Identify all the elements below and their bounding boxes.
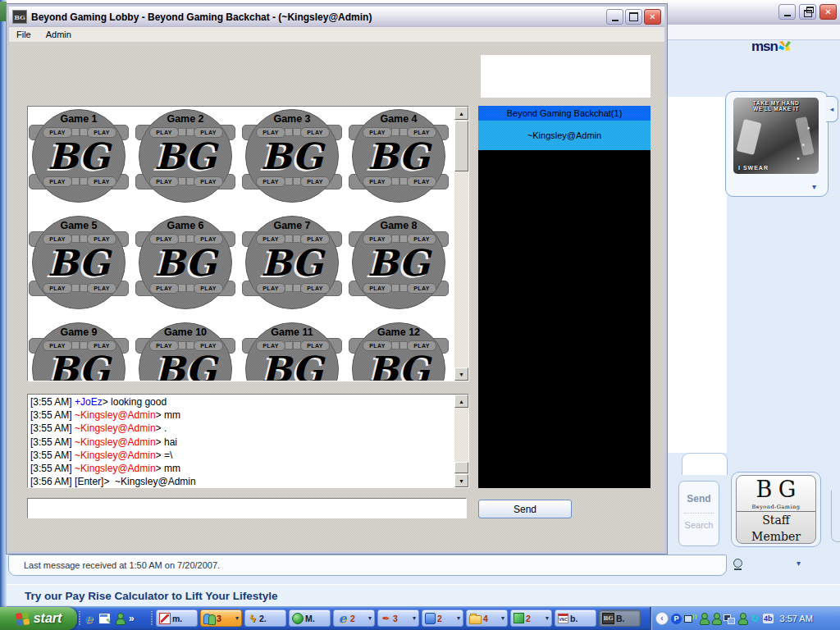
play-button[interactable]: PLAY: [363, 234, 392, 244]
overflow-chevron-icon[interactable]: »: [129, 613, 135, 624]
play-button[interactable]: PLAY: [407, 176, 436, 187]
play-button[interactable]: PLAY: [43, 283, 72, 294]
play-button[interactable]: PLAY: [363, 340, 392, 351]
play-button[interactable]: PLAY: [300, 234, 330, 244]
show-desktop-icon[interactable]: [98, 613, 111, 624]
play-button[interactable]: PLAY: [43, 234, 72, 244]
taskbar-button[interactable]: ϟ2.: [244, 609, 286, 627]
taskbar-button[interactable]: BGB.: [599, 609, 641, 627]
messenger-user-icon[interactable]: [699, 613, 709, 624]
sync-icon[interactable]: ↻: [750, 613, 760, 624]
network-computers-icon[interactable]: [724, 614, 735, 624]
play-button[interactable]: PLAY: [194, 283, 223, 294]
play-button[interactable]: PLAY: [149, 176, 179, 187]
play-button[interactable]: PLAY: [87, 340, 116, 351]
play-button[interactable]: PLAY: [300, 127, 330, 138]
toolbar-handle[interactable]: [79, 611, 80, 626]
play-button[interactable]: PLAY: [256, 176, 285, 187]
collapse-chevron-icon[interactable]: ‹: [655, 612, 669, 625]
play-button[interactable]: PLAY: [43, 340, 72, 351]
play-button[interactable]: PLAY: [149, 234, 179, 244]
app-titlebar[interactable]: BG Beyond Gaming Lobby - Beyond Gaming B…: [9, 7, 664, 27]
msn-send-button[interactable]: Send: [679, 493, 719, 504]
scroll-up-icon[interactable]: ▲: [454, 395, 468, 408]
start-button[interactable]: start: [0, 607, 77, 630]
play-button[interactable]: PLAY: [363, 283, 392, 294]
close-icon[interactable]: ✕: [819, 4, 837, 20]
play-button[interactable]: PLAY: [407, 283, 436, 294]
maximize-button[interactable]: [625, 9, 642, 25]
play-button[interactable]: PLAY: [256, 340, 285, 351]
user-list-item[interactable]: ~Kingsley@Admin: [478, 121, 651, 150]
chevron-down-icon[interactable]: ▾: [235, 614, 239, 622]
taskbar-button[interactable]: 2▾: [510, 609, 552, 627]
close-icon[interactable]: ✕: [644, 9, 661, 25]
play-button[interactable]: PLAY: [256, 283, 285, 294]
ie-icon[interactable]: e: [336, 612, 349, 625]
chevron-down-icon[interactable]: ▾: [457, 614, 460, 622]
chevron-down-icon[interactable]: ▾: [368, 614, 372, 622]
play-button[interactable]: PLAY: [300, 176, 330, 187]
minimize-button[interactable]: [778, 4, 796, 20]
messenger-user-icon[interactable]: [711, 613, 721, 624]
play-button[interactable]: PLAY: [149, 340, 179, 351]
msn-search-button[interactable]: Search: [679, 520, 719, 530]
scrollbar-thumb[interactable]: [454, 462, 468, 473]
play-button[interactable]: PLAY: [194, 234, 223, 244]
play-button[interactable]: PLAY: [407, 340, 436, 351]
chevron-down-icon[interactable]: ▾: [501, 614, 504, 622]
taskbar-button[interactable]: VNCb.: [555, 609, 596, 627]
p-badge-icon[interactable]: P: [671, 614, 682, 624]
play-button[interactable]: PLAY: [363, 127, 392, 138]
messenger-user-icon[interactable]: [115, 613, 125, 624]
play-button[interactable]: PLAY: [87, 127, 116, 138]
chevron-down-icon[interactable]: ▾: [812, 182, 816, 191]
display-picture-toggle-tab[interactable]: ◂: [826, 96, 838, 122]
webcam-icon[interactable]: [733, 559, 743, 570]
ad-text[interactable]: Try our Pay Rise Calculator to Lift Your…: [25, 590, 278, 602]
ie-icon[interactable]: e: [82, 612, 94, 625]
play-button[interactable]: PLAY: [407, 127, 436, 138]
chevron-down-icon[interactable]: ▾: [797, 559, 801, 568]
taskbar-button[interactable]: e2▾: [333, 609, 375, 627]
taskbar-button[interactable]: 4▾: [466, 609, 508, 627]
play-button[interactable]: PLAY: [256, 127, 285, 138]
taskbar-button[interactable]: 3▾: [200, 609, 242, 627]
play-button[interactable]: PLAY: [256, 234, 285, 244]
toolbar-handle[interactable]: [151, 611, 153, 626]
play-button[interactable]: PLAY: [300, 283, 330, 294]
scrollbar-thumb[interactable]: [454, 121, 468, 171]
chat-input[interactable]: [27, 498, 467, 518]
wireless-icon[interactable]: [684, 614, 696, 624]
play-button[interactable]: PLAY: [363, 176, 392, 187]
minimize-button[interactable]: [606, 9, 623, 25]
app-46-icon[interactable]: 4b: [763, 614, 774, 623]
taskbar-button[interactable]: M.: [289, 609, 331, 627]
taskbar-button[interactable]: m.: [156, 609, 198, 627]
taskbar-button[interactable]: ✒3▾: [377, 609, 419, 627]
ad-banner[interactable]: Try our Pay Rise Calculator to Lift Your…: [7, 584, 840, 608]
play-button[interactable]: PLAY: [300, 340, 330, 351]
games-scrollbar[interactable]: ▲ ▼: [454, 107, 468, 381]
play-button[interactable]: PLAY: [194, 127, 223, 138]
taskbar-button[interactable]: 2▾: [422, 609, 463, 627]
scroll-up-icon[interactable]: ▲: [454, 107, 468, 120]
chat-scrollbar[interactable]: ▲ ▼: [454, 395, 468, 487]
scroll-down-icon[interactable]: ▼: [454, 368, 468, 381]
play-button[interactable]: PLAY: [407, 234, 436, 244]
play-button[interactable]: PLAY: [149, 127, 179, 138]
chevron-down-icon[interactable]: ▾: [546, 614, 549, 622]
menu-item-admin[interactable]: Admin: [39, 30, 79, 39]
chevron-down-icon[interactable]: ▾: [413, 614, 416, 622]
play-button[interactable]: PLAY: [87, 283, 116, 294]
menu-item-file[interactable]: File: [9, 30, 39, 39]
messenger-user-icon[interactable]: [737, 613, 747, 624]
play-button[interactable]: PLAY: [43, 176, 72, 187]
play-button[interactable]: PLAY: [43, 127, 72, 138]
play-button[interactable]: PLAY: [194, 176, 223, 187]
play-button[interactable]: PLAY: [194, 340, 223, 351]
send-button[interactable]: Send: [478, 500, 572, 518]
play-button[interactable]: PLAY: [149, 283, 179, 294]
play-button[interactable]: PLAY: [87, 234, 116, 244]
scroll-down-icon[interactable]: ▼: [454, 474, 468, 487]
